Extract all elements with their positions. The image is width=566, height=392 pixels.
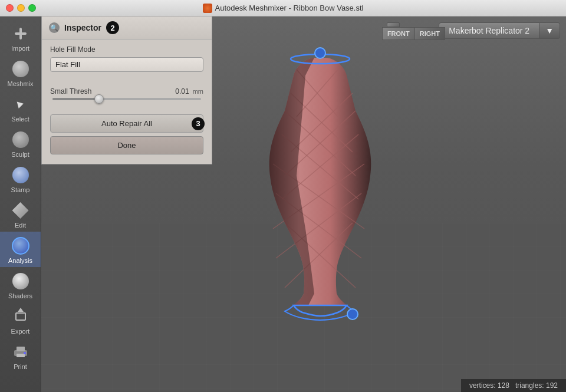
hole-fill-section: Hole Fill Mode Flat Fill Smooth Fill Min…: [42, 39, 212, 75]
print-icon: [11, 342, 30, 361]
sidebar-label-meshmix: Meshmix: [7, 80, 33, 87]
app-icon: [203, 4, 212, 13]
triangle-count: triangles: 192: [515, 381, 558, 390]
sidebar-item-select[interactable]: Select: [0, 90, 41, 126]
sidebar-label-sculpt: Sculpt: [11, 151, 29, 158]
thresh-label: Small Thresh: [50, 87, 175, 95]
thresh-value: 0.01: [175, 87, 189, 95]
printer-selector[interactable]: Makerbot Replicator 2 ▼: [439, 22, 560, 39]
svg-point-22: [347, 309, 358, 319]
hole-fill-label: Hole Fill Mode: [50, 45, 203, 54]
stamp-icon: [11, 166, 30, 185]
svg-point-21: [315, 48, 325, 58]
sidebar: Import Meshmix Select Sculpt Stamp: [0, 17, 41, 392]
panel-title: Inspector: [64, 23, 101, 32]
sidebar-item-shaders[interactable]: Shaders: [0, 267, 41, 302]
thresh-unit: mm: [193, 88, 203, 95]
auto-repair-badge: 3: [192, 117, 205, 130]
sidebar-label-select: Select: [11, 116, 29, 123]
svg-rect-1: [17, 347, 25, 351]
title-text: Autodesk Meshmixer - Ribbon Bow Vase.stl: [203, 4, 364, 13]
view-cube-top: [387, 22, 400, 27]
view-front-label: FRONT: [382, 27, 415, 40]
sidebar-item-import[interactable]: Import: [0, 19, 41, 55]
shaders-icon: [11, 272, 30, 291]
vase-model: [238, 46, 403, 331]
minimize-button[interactable]: [17, 4, 25, 12]
sidebar-item-sculpt[interactable]: Sculpt: [0, 126, 41, 161]
status-bar: vertices: 128 triangles: 192: [461, 379, 566, 392]
sidebar-label-import: Import: [11, 45, 29, 52]
thresh-row: Small Thresh 0.01 mm: [50, 87, 203, 95]
title-bar: Autodesk Meshmixer - Ribbon Bow Vase.stl: [0, 0, 566, 17]
sidebar-label-stamp: Stamp: [11, 186, 30, 193]
edit-icon: [11, 201, 30, 220]
hole-fill-dropdown-row: Flat Fill Smooth Fill Minimal Fill: [50, 57, 203, 72]
printer-name: Makerbot Replicator 2: [439, 22, 539, 39]
thresh-slider-thumb[interactable]: [94, 94, 104, 104]
sidebar-item-print[interactable]: Print: [0, 338, 41, 373]
svg-point-3: [24, 352, 26, 354]
thresh-slider-container: [50, 98, 203, 100]
sidebar-item-analysis[interactable]: Analysis: [0, 232, 41, 267]
view-right-label: RIGHT: [415, 27, 445, 40]
sidebar-label-analysis: Analysis: [8, 257, 32, 264]
thresh-slider-track[interactable]: [52, 98, 201, 100]
svg-rect-2: [17, 354, 25, 357]
inspector-search-icon: 🔍: [49, 22, 60, 33]
window-title: Autodesk Meshmixer - Ribbon Bow Vase.stl: [215, 4, 364, 12]
select-icon: [11, 95, 30, 114]
view-cube[interactable]: FRONT RIGHT: [382, 22, 445, 40]
sidebar-label-print: Print: [14, 363, 27, 370]
sculpt-icon: [11, 130, 30, 149]
done-button[interactable]: Done: [50, 136, 203, 154]
export-icon: [11, 307, 30, 326]
meshmix-icon: [11, 60, 30, 78]
inspector-badge: 2: [106, 21, 119, 34]
printer-dropdown-arrow[interactable]: ▼: [539, 22, 560, 39]
sidebar-item-edit[interactable]: Edit: [0, 196, 41, 232]
auto-repair-button[interactable]: Auto Repair All: [50, 114, 203, 133]
thresh-section: Small Thresh 0.01 mm: [42, 75, 212, 112]
hole-fill-select[interactable]: Flat Fill Smooth Fill Minimal Fill: [50, 57, 203, 72]
sidebar-label-edit: Edit: [15, 222, 26, 229]
window-controls: [6, 4, 36, 12]
sidebar-item-meshmix[interactable]: Meshmix: [0, 55, 41, 90]
thresh-slider-fill: [52, 98, 97, 100]
auto-repair-container: Auto Repair All 3: [42, 114, 212, 133]
import-icon: [11, 24, 30, 43]
maximize-button[interactable]: [28, 4, 36, 12]
close-button[interactable]: [6, 4, 14, 12]
sidebar-label-shaders: Shaders: [8, 292, 32, 299]
sidebar-item-stamp[interactable]: Stamp: [0, 161, 41, 196]
panel-header: 🔍 Inspector 2: [42, 17, 212, 39]
vertex-count: vertices: 128: [469, 381, 509, 390]
sidebar-item-export[interactable]: Export: [0, 302, 41, 338]
inspector-panel: 🔍 Inspector 2 Hole Fill Mode Flat Fill S…: [41, 17, 212, 164]
analysis-icon: [11, 236, 30, 255]
sidebar-label-export: Export: [11, 328, 30, 335]
